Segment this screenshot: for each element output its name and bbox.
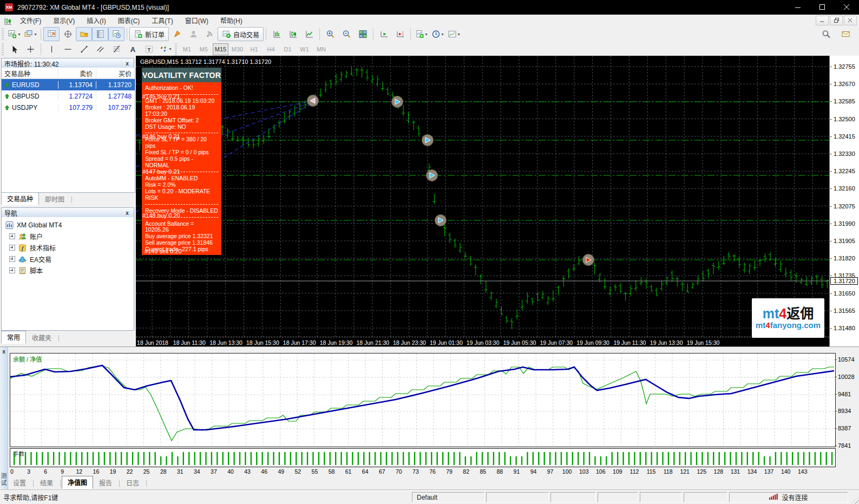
candlestick-button[interactable] xyxy=(285,27,301,41)
market-watch-tab-即时图[interactable]: 即时图 xyxy=(40,193,70,205)
fibonacci-tool[interactable] xyxy=(108,43,124,55)
timeframe-M1[interactable]: M1 xyxy=(179,43,195,55)
market-watch-close-icon[interactable]: x xyxy=(123,61,131,67)
expand-icon[interactable] xyxy=(9,245,15,251)
new-order-button[interactable]: 新订单 xyxy=(129,27,169,41)
tile-windows-button[interactable] xyxy=(355,27,371,41)
navigator-tab-收藏夹[interactable]: 收藏夹 xyxy=(27,332,57,344)
autoscroll-button[interactable] xyxy=(376,27,392,41)
market-row-USDJPY[interactable]: USDJPY107.279107.297 xyxy=(2,102,135,113)
menu-窗口(W)[interactable]: 窗口(W) xyxy=(179,15,214,26)
menu-帮助(H)[interactable]: 帮助(H) xyxy=(214,15,248,26)
periods-button[interactable]: ▾ xyxy=(429,27,445,41)
time-scale[interactable]: 18 Jun 201818 Jun 11:3018 Jun 13:3018 Ju… xyxy=(136,337,829,347)
tester-tab-结果[interactable]: 结果 xyxy=(35,477,58,489)
cursor-tool[interactable] xyxy=(6,43,22,55)
new-chart-button[interactable]: ▾ xyxy=(6,27,22,41)
line-chart-button[interactable] xyxy=(301,27,317,41)
timeframe-H4[interactable]: H4 xyxy=(263,43,279,55)
mdi-minimize-button[interactable] xyxy=(816,16,829,25)
tree-root-XM Global MT4[interactable]: XM Global MT4 xyxy=(2,219,134,231)
tester-close-icon[interactable]: x xyxy=(1,349,7,355)
timeframe-W1[interactable]: W1 xyxy=(297,43,312,55)
status-profile[interactable]: Default xyxy=(412,492,484,502)
tester-tab-净值图[interactable]: 净值图 xyxy=(62,476,93,489)
expand-icon[interactable] xyxy=(9,256,15,262)
up-arrow-icon xyxy=(4,105,10,110)
signals-button[interactable] xyxy=(201,27,218,41)
search-button[interactable] xyxy=(818,27,834,41)
tree-item-EA交易[interactable]: EA交易 xyxy=(2,253,134,265)
price-scale[interactable]: 1.31720 1.327551.326701.325851.325001.32… xyxy=(829,56,859,346)
lots-x-label: 31 xyxy=(177,468,183,475)
timeframe-M30[interactable]: M30 xyxy=(229,43,245,55)
bar-chart-button[interactable] xyxy=(268,27,285,41)
arrows-tool[interactable]: ▾ xyxy=(157,43,173,55)
vertical-line-tool[interactable] xyxy=(43,43,60,55)
tester-tab-设置[interactable]: 设置 xyxy=(8,477,31,489)
profiles-button[interactable]: ▾ xyxy=(22,27,38,41)
menu-文件(F)[interactable]: 文件(F) xyxy=(14,15,47,26)
chart-shift-button[interactable] xyxy=(392,27,408,41)
close-button[interactable] xyxy=(835,0,859,15)
timeframe-MN[interactable]: MN xyxy=(313,43,329,55)
tester-tab-日志[interactable]: 日志 xyxy=(121,477,145,489)
resize-grip[interactable] xyxy=(851,496,859,504)
price-label: 1.32670 xyxy=(834,81,855,87)
mdi-close-button[interactable] xyxy=(844,16,857,25)
indicators-button[interactable]: ▾ xyxy=(413,27,429,41)
menu-图表(C)[interactable]: 图表(C) xyxy=(112,15,146,26)
zoom-out-button[interactable] xyxy=(338,27,355,41)
messages-button[interactable] xyxy=(837,27,854,41)
timeframe-D1[interactable]: D1 xyxy=(280,43,296,55)
channel-tool[interactable] xyxy=(92,43,108,55)
menu-显示(V)[interactable]: 显示(V) xyxy=(47,15,81,26)
expand-icon[interactable] xyxy=(9,267,15,273)
lots-x-label: 112 xyxy=(630,468,639,475)
metaeditor-button[interactable] xyxy=(169,27,185,41)
tree-item-技术指标[interactable]: f技术指标 xyxy=(2,242,134,253)
market-row-GBPUSD[interactable]: GBPUSD1.277241.27748 xyxy=(2,90,135,102)
panel-text-line: DST Usage: NO xyxy=(145,124,218,130)
community-button[interactable] xyxy=(185,27,201,41)
strategy-tester-toggle[interactable] xyxy=(108,27,124,41)
navigator-tab-常用[interactable]: 常用 xyxy=(1,331,26,344)
horizontal-line-tool[interactable] xyxy=(60,43,76,55)
timeframe-H1[interactable]: H1 xyxy=(246,43,262,55)
tree-item-账户[interactable]: 账户 xyxy=(2,231,134,242)
lots-x-label: 115 xyxy=(647,468,656,475)
lots-x-label: 34 xyxy=(194,468,200,475)
zoom-in-button[interactable] xyxy=(322,27,338,41)
market-watch-toggle[interactable] xyxy=(43,27,60,41)
menu-插入(I)[interactable]: 插入(I) xyxy=(81,15,112,26)
chart-plot-area[interactable] xyxy=(136,56,829,337)
text-tool[interactable]: A xyxy=(124,43,141,55)
maximize-button[interactable] xyxy=(810,0,835,15)
menu-工具(T)[interactable]: 工具(T) xyxy=(146,15,179,26)
mdi-restore-button[interactable] xyxy=(830,16,843,25)
lots-x-label: 79 xyxy=(446,468,453,475)
market-watch-tab-交易品种[interactable]: 交易品种 xyxy=(1,192,39,205)
lots-x-label: 103 xyxy=(579,468,589,475)
crosshair-tool[interactable] xyxy=(22,43,38,55)
data-window-toggle[interactable] xyxy=(60,27,76,41)
autotrading-button[interactable]: 自动交易 xyxy=(218,27,264,41)
expand-icon[interactable] xyxy=(9,233,15,239)
navigator-close-icon[interactable]: x xyxy=(123,210,131,216)
trendline-tool[interactable] xyxy=(76,43,92,55)
market-watch-header: 市场报价: 11:30:42 x xyxy=(1,58,134,69)
tester-tab-报告[interactable]: 报告 xyxy=(94,477,117,489)
signals-icon xyxy=(205,30,214,38)
minimize-button[interactable] xyxy=(786,0,810,15)
lots-x-label: 125 xyxy=(697,468,707,475)
price-label: 1.31905 xyxy=(834,238,855,244)
timeframe-M15[interactable]: M15 xyxy=(213,43,228,55)
tree-item-脚本[interactable]: 脚本 xyxy=(2,265,134,276)
timeframe-M5[interactable]: M5 xyxy=(196,43,212,55)
terminal-toggle[interactable] xyxy=(92,27,108,41)
navigator-toggle[interactable] xyxy=(76,27,92,41)
label-tool[interactable]: T xyxy=(141,43,157,55)
lots-x-label: 28 xyxy=(160,468,167,475)
templates-button[interactable]: ▾ xyxy=(445,27,462,41)
market-row-EURUSD[interactable]: EURUSD1.137041.13720 xyxy=(2,79,135,90)
